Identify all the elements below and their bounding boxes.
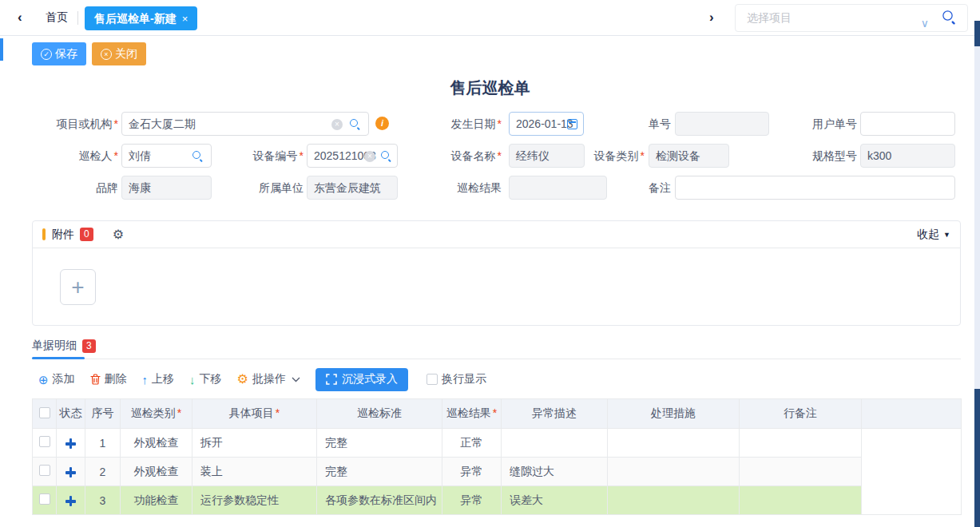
cell-abnormal[interactable]: 缝隙过大 [502, 458, 608, 486]
spec-model-input: k300 [860, 144, 955, 168]
batch-gear-icon: ⚙ [237, 373, 248, 386]
row-add-icon[interactable] [65, 438, 76, 449]
cell-standard[interactable]: 各项参数在标准区间内 [317, 486, 442, 515]
project-input[interactable]: 金石大厦二期 × [121, 112, 369, 136]
gear-icon[interactable]: ⚙ [113, 228, 124, 241]
cell-measure[interactable] [608, 486, 740, 515]
cell-item[interactable]: 拆开 [192, 429, 317, 458]
cell-result[interactable]: 异常 [442, 486, 502, 515]
table-row[interactable]: 2 外观检查 装上 完整 异常 缝隙过大 [33, 458, 962, 486]
inspect-result-label: 巡检结果 [415, 176, 502, 200]
user-order-no-label: 用户单号 [787, 112, 857, 136]
occur-date-input[interactable]: 2026-01-13 [509, 112, 584, 136]
cell-measure[interactable] [608, 429, 740, 458]
occur-date-value: 2026-01-13 [516, 117, 573, 130]
row-add-icon[interactable] [65, 467, 76, 477]
device-no-clear-icon[interactable]: × [364, 151, 375, 162]
table-row[interactable]: 1 外观检查 拆开 完整 正常 [33, 429, 962, 458]
select-all-cell [33, 399, 57, 429]
tab-active-underline [32, 357, 85, 359]
cell-result[interactable]: 异常 [442, 458, 502, 486]
row-checkbox[interactable] [39, 436, 50, 447]
tab-active-inspection-form[interactable]: 售后巡检单-新建× [85, 6, 197, 30]
tabs-forward-icon[interactable]: › [709, 10, 714, 26]
tabs-back-icon[interactable]: ‹ [18, 10, 22, 26]
col-row-remark: 行备注 [740, 399, 862, 429]
arrow-down-icon: ↓ [189, 374, 196, 386]
row-add-icon[interactable] [65, 496, 76, 506]
cell-row-remark[interactable] [740, 458, 862, 486]
tab-home[interactable]: 首页 [46, 10, 68, 25]
cell-category[interactable]: 功能检查 [121, 486, 192, 515]
user-order-no-input[interactable] [860, 112, 955, 136]
cell-standard[interactable]: 完整 [317, 458, 442, 486]
cell-abnormal[interactable] [502, 429, 608, 458]
info-icon[interactable]: i [375, 117, 389, 130]
move-up-button[interactable]: ↑ 上移 [142, 372, 175, 386]
device-type-value: 检测设备 [656, 149, 700, 162]
scrollbar-thumb[interactable] [974, 389, 980, 527]
immersive-entry-button[interactable]: 沉浸式录入 [315, 368, 408, 391]
cell-category[interactable]: 外观检查 [121, 429, 192, 458]
col-seq: 序号 [85, 399, 121, 429]
calendar-icon[interactable] [567, 119, 577, 129]
tab-detail-lines[interactable]: 单据明细 3 [32, 339, 96, 353]
project-select-placeholder: 选择项目 [747, 11, 792, 26]
cell-result[interactable]: 正常 [442, 429, 502, 458]
attachments-count-badge: 0 [80, 228, 93, 241]
cell-abnormal[interactable]: 误差大 [502, 486, 608, 515]
clear-icon[interactable]: × [331, 119, 343, 130]
save-button[interactable]: ✓ 保存 [32, 42, 86, 65]
spec-model-label: 规格型号 [787, 144, 857, 168]
detail-count-badge: 3 [82, 339, 96, 353]
tab-close-icon[interactable]: × [182, 13, 188, 25]
spec-model-value: k300 [867, 149, 891, 162]
cell-item[interactable]: 装上 [192, 458, 317, 486]
add-row-button[interactable]: ⊕ 添加 [38, 372, 75, 386]
search-icon[interactable] [942, 10, 958, 26]
col-standard: 巡检标准 [317, 399, 442, 429]
cell-item[interactable]: 运行参数稳定性 [192, 486, 317, 515]
close-button[interactable]: × 关闭 [92, 42, 146, 65]
cell-row-remark[interactable] [740, 486, 862, 515]
inspector-label: 巡检人 [32, 144, 118, 168]
remark-input[interactable] [675, 176, 955, 200]
row-checkbox[interactable] [39, 465, 50, 476]
move-down-button[interactable]: ↓ 下移 [189, 372, 222, 386]
chevron-down-icon[interactable]: ∨ [921, 17, 929, 30]
batch-operation-dropdown[interactable]: ⚙ 批操作 [237, 372, 300, 386]
device-no-search-icon[interactable] [380, 150, 393, 163]
cell-row-remark[interactable] [740, 429, 862, 458]
cell-measure[interactable] [608, 458, 740, 486]
owner-unit-value: 东营金辰建筑 [314, 181, 381, 194]
row-checkbox[interactable] [39, 493, 50, 505]
cell-standard[interactable]: 完整 [317, 429, 442, 458]
device-no-label: 设备编号 [216, 144, 304, 168]
select-all-checkbox[interactable] [39, 407, 50, 418]
table-row-highlighted[interactable]: 3 功能检查 运行参数稳定性 各项参数在标准区间内 异常 误差大 [33, 486, 962, 515]
device-type-input: 检测设备 [649, 144, 729, 168]
col-item: 具体项目 [192, 399, 317, 429]
upload-attachment-button[interactable]: + [60, 269, 96, 305]
project-value: 金石大厦二期 [129, 117, 196, 130]
wrap-display-toggle[interactable]: 换行显示 [427, 372, 486, 386]
page-title: 售后巡检单 [0, 77, 980, 99]
trash-icon [90, 374, 101, 385]
collapse-toggle[interactable]: 收起 ▼ [917, 228, 950, 242]
delete-row-button[interactable]: 删除 [90, 372, 127, 386]
cell-seq: 1 [85, 429, 121, 458]
scrollbar-thumb[interactable] [974, 21, 980, 46]
inspector-input[interactable]: 刘倩 [121, 144, 212, 168]
inspector-value: 刘倩 [129, 149, 151, 162]
inspector-search-icon[interactable] [192, 150, 204, 163]
device-name-label: 设备名称 [415, 144, 502, 168]
owner-unit-label: 所属单位 [216, 176, 304, 200]
project-select[interactable]: 选择项目 ∨ [735, 4, 968, 32]
wrap-checkbox[interactable] [427, 374, 438, 385]
dropdown-chevron-icon [292, 377, 300, 382]
detail-toolbar: ⊕ 添加 删除 ↑ 上移 ↓ 下移 ⚙ 批操作 沉浸式录入 换行显示 [38, 367, 486, 391]
project-search-icon[interactable] [349, 118, 362, 131]
cell-category[interactable]: 外观检查 [121, 458, 192, 486]
upload-plus-icon: + [71, 275, 84, 300]
device-no-input[interactable]: 2025121003 × [307, 144, 398, 168]
